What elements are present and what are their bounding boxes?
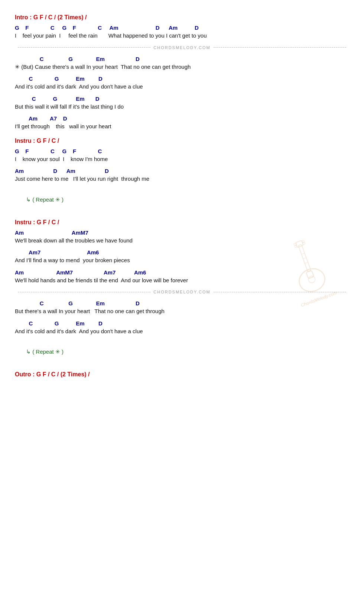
- chorus2-line2-lyrics: And it's cold and it's dark And you don'…: [15, 327, 349, 336]
- divider-2: CHORDSMELODY.COM: [15, 290, 349, 294]
- chorus2-line2-chords: C G Em D: [15, 319, 349, 327]
- repeat1-text: ↳ ( Repeat ✳ ): [26, 196, 64, 203]
- page-container: Intro : G F / C / (2 Times) / G F C G F …: [15, 14, 349, 378]
- chorus-line4-lyrics: I'll get through this wall in your heart: [15, 122, 349, 131]
- bridge-line2-chords: Am7 Am6: [15, 248, 349, 256]
- verse2-line1-lyrics: I know your soul I know I'm home: [15, 155, 349, 164]
- verse2-line2-lyrics: Just come here to me I'll let you run ri…: [15, 175, 349, 183]
- chorus-line2-lyrics: And it's cold and it's dark And you don'…: [15, 83, 349, 91]
- verse2-line1-block: G F C G F C I know your soul I know I'm …: [15, 147, 349, 164]
- divider-1-text: CHORDSMELODY.COM: [153, 45, 210, 50]
- divider-1: CHORDSMELODY.COM: [15, 45, 349, 50]
- svg-point-9: [295, 245, 298, 248]
- chorus-line2-chords: C G Em D: [15, 75, 349, 83]
- verse2-line1-chords: G F C G F C: [15, 147, 349, 155]
- repeat2-text: ↳ ( Repeat ✳ ): [26, 348, 64, 355]
- chorus-line1-lyrics: ✳ (But) Cause there's a wall In your hea…: [15, 63, 349, 71]
- chorus2-line1-chords: C G Em D: [15, 299, 349, 307]
- chorus-line4-block: Am A7 D I'll get through this wall in yo…: [15, 115, 349, 131]
- bridge-line2-lyrics: And I'll find a way to mend your broken …: [15, 256, 349, 265]
- instru1-header: Instru : G F / C /: [15, 138, 349, 144]
- chorus-line3-block: C G Em D But this wall it will fall If i…: [15, 95, 349, 111]
- repeat2-line: ↳ ( Repeat ✳ ): [26, 348, 349, 355]
- chorus-line4-chords: Am A7 D: [15, 115, 349, 122]
- verse2-line2-chords: Am D Am D: [15, 167, 349, 175]
- verse1-chords: G F C G F C Am D Am D: [15, 24, 349, 32]
- chorus2-line2-block: C G Em D And it's cold and it's dark And…: [15, 319, 349, 336]
- chorus-block: C G Em D ✳ (But) Cause there's a wall In…: [15, 55, 349, 71]
- verse1-lyrics: I feel your pain I feel the rain What ha…: [15, 32, 349, 40]
- bridge-line3-block: Am AmM7 Am7 Am6 We'll hold hands and be …: [15, 269, 349, 285]
- chorus-line2-block: C G Em D And it's cold and it's dark And…: [15, 75, 349, 91]
- instru2-header: Instru : G F / C /: [15, 219, 349, 226]
- bridge-line1-chords: Am AmM7: [15, 229, 349, 237]
- intro-header: Intro : G F / C / (2 Times) /: [15, 14, 349, 21]
- chorus2-line1-block: C G Em D But there's a wall In your hear…: [15, 299, 349, 316]
- bridge-line1-lyrics: We'll break down all the troubles we hav…: [15, 237, 349, 245]
- verse2-line2-block: Am D Am D Just come here to me I'll let …: [15, 167, 349, 183]
- repeat1-line: ↳ ( Repeat ✳ ): [26, 196, 349, 203]
- chorus-line3-chords: C G Em D: [15, 95, 349, 103]
- bridge-line2-block: Am7 Am6 And I'll find a way to mend your…: [15, 248, 349, 265]
- chorus-line1-chords: C G Em D: [15, 55, 349, 63]
- chorus2-line1-lyrics: But there's a wall In your heart That no…: [15, 307, 349, 316]
- chorus-line3-lyrics: But this wall it will fall If it's the l…: [15, 103, 349, 111]
- divider-2-text: CHORDSMELODY.COM: [153, 290, 210, 294]
- verse1-block: G F C G F C Am D Am D I feel your pain I…: [15, 24, 349, 40]
- bridge-line3-lyrics: We'll hold hands and be friends til the …: [15, 276, 349, 285]
- bridge-line1-block: Am AmM7 We'll break down all the trouble…: [15, 229, 349, 245]
- outro-header: Outro : G F / C / (2 Times) /: [15, 371, 349, 378]
- bridge-line3-chords: Am AmM7 Am7 Am6: [15, 269, 349, 276]
